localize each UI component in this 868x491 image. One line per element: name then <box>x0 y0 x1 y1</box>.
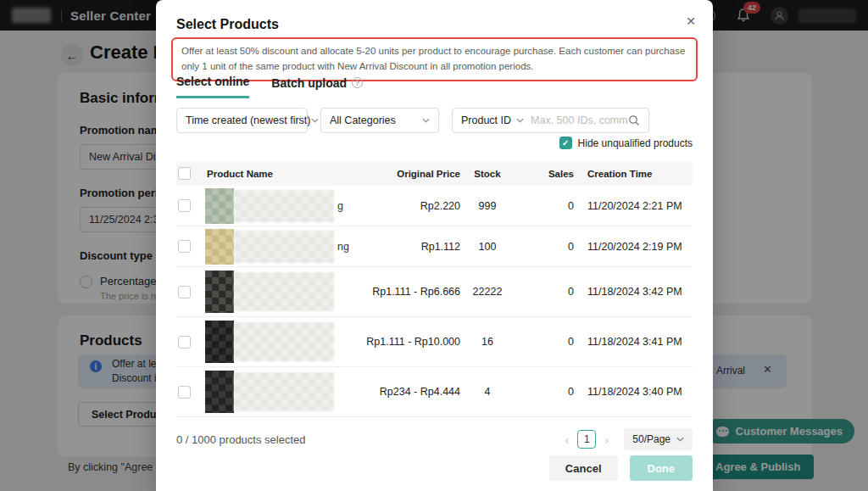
pagination: ‹ 1 › 50/Page <box>562 428 693 450</box>
chevron-down-icon <box>422 118 430 123</box>
stock: 999 <box>460 200 515 212</box>
col-product-name: Product Name <box>205 169 360 179</box>
product-name-cell <box>205 271 360 313</box>
creation-time: 11/18/2024 3:40 PM <box>574 386 693 398</box>
product-id-search[interactable]: Product ID Max. 500 IDs, comma-sep <box>452 108 649 133</box>
creation-time: 11/18/2024 3:42 PM <box>574 286 693 298</box>
product-name-fragment: g <box>337 200 343 212</box>
table-row: g Rp2.220 999 0 11/20/2024 2:21 PM <box>176 186 693 226</box>
search-icon[interactable] <box>628 114 640 126</box>
cancel-button[interactable]: Cancel <box>549 455 618 481</box>
sales: 0 <box>515 386 574 398</box>
table-row: ng Rp1.112 100 0 11/20/2024 2:19 PM <box>176 226 693 267</box>
stock: 16 <box>460 336 515 348</box>
product-name-cell: g <box>205 188 360 224</box>
products-table: Product Name Original Price Stock Sales … <box>176 161 693 417</box>
hide-unqualified-label: Hide unqualified products <box>578 137 693 149</box>
product-name-blurred <box>234 372 334 411</box>
stock: 100 <box>460 241 515 253</box>
col-sales: Sales <box>515 169 574 179</box>
product-name-fragment: ng <box>337 241 349 253</box>
page-number[interactable]: 1 <box>577 430 596 449</box>
original-price: Rp1.112 <box>360 241 460 253</box>
original-price: Rp234 - Rp4.444 <box>360 386 460 398</box>
select-products-modal: Select Products ✕ Offer at least 50% dis… <box>156 0 713 491</box>
batch-upload-help-icon[interactable]: ? <box>352 77 363 88</box>
filter-bar: Time created (newest first) All Categori… <box>176 108 649 133</box>
stock: 4 <box>460 386 515 398</box>
row-checkbox[interactable] <box>178 336 191 349</box>
product-name-cell: ng <box>205 229 360 265</box>
chevron-down-icon <box>516 118 524 123</box>
row-checkbox[interactable] <box>178 199 191 212</box>
creation-time: 11/18/2024 3:41 PM <box>574 336 693 348</box>
creation-time: 11/20/2024 2:21 PM <box>574 200 693 212</box>
table-row: Rp1.111 - Rp6.666 22222 0 11/18/2024 3:4… <box>176 267 693 317</box>
search-input[interactable]: Max. 500 IDs, comma-sep <box>531 114 628 126</box>
chevron-down-icon <box>311 118 319 123</box>
prev-page-icon[interactable]: ‹ <box>562 433 571 446</box>
selected-count: 0 / 1000 products selected <box>176 433 306 446</box>
screen: Seller Center 42 ← Create N Basic inform… <box>0 0 868 491</box>
close-icon[interactable]: ✕ <box>686 14 696 28</box>
sales: 0 <box>515 286 574 298</box>
product-thumbnail-blurred <box>205 321 234 363</box>
product-name-blurred <box>234 231 334 263</box>
table-body: g Rp2.220 999 0 11/20/2024 2:21 PM ng Rp… <box>176 186 693 417</box>
product-thumbnail-blurred <box>205 271 234 313</box>
sales: 0 <box>515 200 574 212</box>
product-thumbnail-blurred <box>205 371 234 413</box>
table-row: Rp1.111 - Rp10.000 16 0 11/18/2024 3:41 … <box>176 317 693 367</box>
original-price: Rp1.111 - Rp10.000 <box>360 336 460 348</box>
product-thumbnail-blurred <box>205 188 234 224</box>
done-button[interactable]: Done <box>630 455 693 481</box>
product-name-cell <box>205 371 360 413</box>
sort-dropdown[interactable]: Time created (newest first) <box>176 108 308 133</box>
table-row: Rp234 - Rp4.444 4 0 11/18/2024 3:40 PM <box>176 367 693 417</box>
product-name-cell <box>205 321 360 363</box>
chevron-down-icon <box>676 437 684 442</box>
row-checkbox[interactable] <box>178 386 191 399</box>
col-original-price: Original Price <box>360 169 460 179</box>
modal-actions: Cancel Done <box>549 455 693 481</box>
tab-batch-upload[interactable]: Batch upload ? <box>271 76 363 98</box>
tab-select-online[interactable]: Select online <box>176 75 249 98</box>
modal-footer: 0 / 1000 products selected ‹ 1 › 50/Page <box>176 428 693 450</box>
col-stock: Stock <box>460 169 515 179</box>
product-name-blurred <box>234 272 334 311</box>
product-name-blurred <box>234 322 334 361</box>
sales: 0 <box>515 336 574 348</box>
category-dropdown[interactable]: All Categories <box>320 108 439 133</box>
select-all-checkbox[interactable] <box>178 167 191 180</box>
creation-time: 11/20/2024 2:19 PM <box>574 241 693 253</box>
original-price: Rp2.220 <box>360 200 460 212</box>
table-header: Product Name Original Price Stock Sales … <box>176 161 693 186</box>
col-creation-time: Creation Time <box>574 169 693 179</box>
modal-tabs: Select online Batch upload ? <box>176 75 363 98</box>
row-checkbox[interactable] <box>178 286 191 299</box>
modal-title: Select Products <box>176 17 279 32</box>
checkbox-checked-icon[interactable]: ✓ <box>559 137 572 149</box>
stock: 22222 <box>460 286 515 298</box>
product-thumbnail-blurred <box>205 229 234 265</box>
row-checkbox[interactable] <box>178 240 191 253</box>
page-size-dropdown[interactable]: 50/Page <box>624 428 693 450</box>
original-price: Rp1.111 - Rp6.666 <box>360 286 460 298</box>
product-name-blurred <box>234 190 334 222</box>
hide-unqualified-toggle[interactable]: ✓ Hide unqualified products <box>559 137 693 149</box>
sales: 0 <box>515 241 574 253</box>
next-page-icon[interactable]: › <box>602 433 611 446</box>
